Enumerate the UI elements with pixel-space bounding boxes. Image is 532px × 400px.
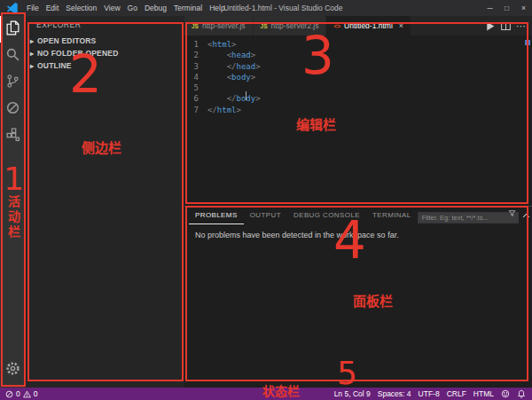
tag-name: body <box>231 73 251 82</box>
code-line[interactable]: 1<html> <box>184 39 532 50</box>
activity-item-debug[interactable] <box>0 96 25 122</box>
activity-item-search[interactable] <box>0 43 25 69</box>
section-label: NO FOLDER OPENED <box>37 49 119 58</box>
panel-tab-debug-console[interactable]: DEBUG CONSOLE <box>287 208 366 224</box>
file-type-icon: JS <box>261 23 268 29</box>
line-number: 7 <box>184 105 207 115</box>
editor-content[interactable]: 1<html>2 <head>3 </head>4 <body>56 </bod… <box>184 35 532 115</box>
line-number: 1 <box>184 39 207 50</box>
eol-sequence[interactable]: CRLF <box>447 389 466 398</box>
panel-tab-problems[interactable]: PROBLEMS <box>189 208 244 224</box>
feedback-smiley-icon[interactable] <box>501 389 510 398</box>
split-editor-icon[interactable] <box>500 20 512 32</box>
filter-icon[interactable] <box>508 209 516 217</box>
tab-label: Untitled-1.html <box>344 21 393 30</box>
sidebar-title: EXPLORER <box>25 16 184 35</box>
punctuation: </ <box>227 94 237 103</box>
activity-bar <box>0 16 25 388</box>
tag-name: html <box>217 106 237 114</box>
tab-label: http-server.js <box>202 21 246 30</box>
notifications-bell-icon[interactable] <box>517 389 526 398</box>
file-type-icon: JS <box>192 23 199 29</box>
chevron-right-icon: ▸ <box>27 50 36 58</box>
language-mode[interactable]: HTML <box>473 389 494 398</box>
activity-item-source-control[interactable] <box>0 69 25 96</box>
run-icon[interactable] <box>484 20 496 32</box>
code-line[interactable]: 5 <box>184 82 532 93</box>
punctuation: > <box>255 94 260 103</box>
code-text: </body> <box>207 93 261 104</box>
sidebar-section-no-folder-opened[interactable]: ▸NO FOLDER OPENED <box>25 47 184 59</box>
code-line[interactable]: 4 <body> <box>184 72 532 82</box>
tab-http-server2.js[interactable]: JShttp-server2.js <box>254 16 327 35</box>
panel-tab-terminal[interactable]: TERMINAL <box>366 208 418 224</box>
code-lines: 1<html>2 <head>3 </head>4 <body>56 </bod… <box>184 39 532 115</box>
problems-filter-input[interactable] <box>418 212 519 224</box>
sidebar-section-open-editors[interactable]: ▸OPEN EDITORS <box>25 35 184 47</box>
encoding[interactable]: UTF-8 <box>419 389 440 398</box>
punctuation: > <box>255 62 260 71</box>
tab-untitled-1.html[interactable]: <>Untitled-1.html× <box>326 16 411 35</box>
sidebar-section-outline[interactable]: ▸OUTLINE <box>25 59 184 72</box>
warning-icon <box>23 390 31 398</box>
tab-label: http-server2.js <box>271 21 319 30</box>
git-branch-icon <box>5 74 20 92</box>
manage-settings-button[interactable] <box>0 357 25 383</box>
window-title: Untitled-1.html - Visual Studio Code <box>223 0 343 16</box>
line-number: 5 <box>184 82 207 93</box>
menu-go[interactable]: Go <box>124 0 141 16</box>
activity-item-explorer[interactable] <box>0 16 25 43</box>
close-button[interactable]: × <box>515 0 532 16</box>
line-number: 6 <box>184 93 207 104</box>
vscode-logo-icon <box>6 2 19 14</box>
tab-list: JShttp-server.jsJShttp-server2.js<>Untit… <box>184 16 411 35</box>
more-actions-icon[interactable]: ⋯ <box>516 20 526 32</box>
code-line[interactable]: 7</html> <box>184 105 532 115</box>
problems-message: No problems have been detected in the wo… <box>184 224 532 239</box>
panel-maximize-icon[interactable] <box>521 211 531 221</box>
code-text: </head> <box>207 61 261 72</box>
menu-edit[interactable]: Edit <box>43 0 63 16</box>
minimize-button[interactable]: ─ <box>481 0 498 16</box>
punctuation: > <box>251 73 255 82</box>
code-text: <body> <box>207 72 255 82</box>
menu-bar: FileEditSelectionViewGoDebugTerminalHelp <box>23 0 229 16</box>
tag-name: head <box>231 51 251 59</box>
code-line[interactable]: 6 </body> <box>184 93 532 104</box>
activity-item-extensions[interactable] <box>0 122 25 149</box>
menu-file[interactable]: File <box>23 0 43 16</box>
problems-status[interactable]: 0 0 <box>0 389 37 398</box>
extensions-icon <box>5 127 20 145</box>
punctuation: > <box>231 40 236 49</box>
code-line[interactable]: 2 <head> <box>184 50 532 60</box>
title-bar: FileEditSelectionViewGoDebugTerminalHelp… <box>0 0 532 16</box>
chevron-right-icon: ▸ <box>27 62 36 70</box>
punctuation: > <box>237 106 241 114</box>
indentation[interactable]: Spaces: 4 <box>378 389 411 398</box>
sidebar-sections: ▸OPEN EDITORS▸NO FOLDER OPENED▸OUTLINE <box>25 35 184 72</box>
error-icon <box>5 390 13 398</box>
tab-http-server.js[interactable]: JShttp-server.js <box>184 16 254 35</box>
tag-name: html <box>212 40 231 49</box>
code-line[interactable]: 3 </head> <box>184 61 532 72</box>
menu-selection[interactable]: Selection <box>62 0 100 16</box>
file-type-icon: <> <box>333 23 340 29</box>
editor-area: JShttp-server.jsJShttp-server2.js<>Untit… <box>184 16 532 206</box>
punctuation: </ <box>207 106 217 114</box>
menu-debug[interactable]: Debug <box>141 0 170 16</box>
panel-tab-output[interactable]: OUTPUT <box>244 208 287 224</box>
tag-name: body <box>237 94 256 103</box>
error-count: 0 <box>16 389 20 398</box>
punctuation: > <box>251 51 255 59</box>
vscode-window: FileEditSelectionViewGoDebugTerminalHelp… <box>0 0 532 400</box>
section-label: OUTLINE <box>37 61 72 70</box>
tab-close-icon[interactable]: × <box>399 21 403 30</box>
maximize-button[interactable]: □ <box>498 0 515 16</box>
window-controls: ─ □ × <box>481 0 532 16</box>
cursor-position[interactable]: Ln 5, Col 9 <box>334 389 371 398</box>
search-icon <box>5 47 20 66</box>
editor-tab-bar: JShttp-server.jsJShttp-server2.js<>Untit… <box>184 16 532 35</box>
menu-view[interactable]: View <box>100 0 123 16</box>
status-bar: 0 0 Ln 5, Col 9 Spaces: 4 UTF-8 CRLF HTM… <box>0 388 532 400</box>
menu-terminal[interactable]: Terminal <box>170 0 206 16</box>
